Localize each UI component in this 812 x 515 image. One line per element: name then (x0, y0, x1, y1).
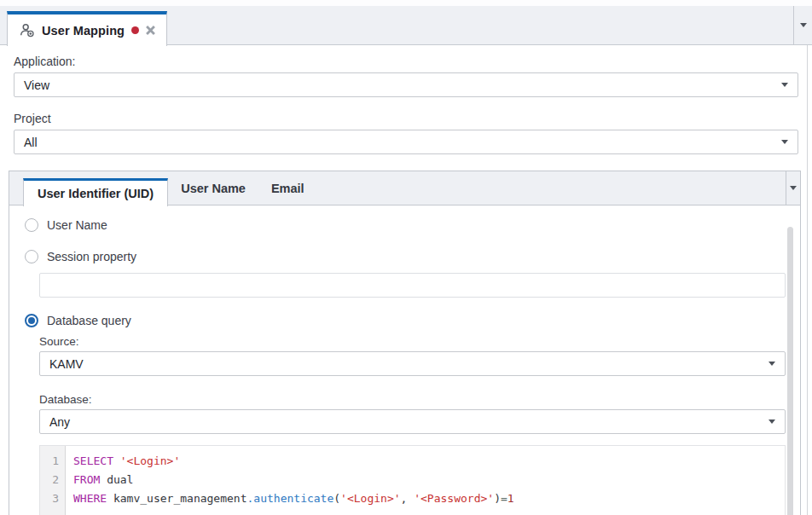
page-right-edge-divider (807, 45, 808, 515)
database-select[interactable]: Any (39, 409, 786, 434)
page-content: Application: View Project All (0, 45, 812, 154)
editor-code[interactable]: SELECT '<Login>'FROM dualWHERE kamv_user… (66, 446, 514, 515)
radio-session-property-label: Session property (47, 250, 136, 263)
chevron-down-icon (790, 186, 797, 190)
radio-database-query[interactable] (25, 314, 38, 327)
tab-label: Email (271, 182, 304, 195)
tab-email[interactable]: Email (258, 171, 317, 205)
tab-title: User Mapping (42, 24, 125, 38)
mapping-tabs-overflow-button[interactable] (786, 171, 800, 205)
modified-indicator-dot (131, 26, 139, 34)
sql-query-editor[interactable]: 123 SELECT '<Login>'FROM dualWHERE kamv_… (39, 445, 786, 515)
project-label: Project (14, 112, 798, 125)
editor-gutter: 123 (40, 446, 66, 515)
source-select[interactable]: KAMV (39, 351, 786, 376)
project-select-value: All (24, 136, 38, 149)
tab-label: User Name (181, 182, 246, 195)
tab-user-mapping[interactable]: User Mapping (7, 11, 167, 46)
project-select[interactable]: All (14, 130, 798, 154)
user-mapping-icon (19, 23, 35, 38)
radio-user-name[interactable] (25, 218, 38, 232)
radio-database-query-label: Database query (47, 314, 131, 327)
mapping-tabs: User Identifier (UID) User Name Email (9, 171, 800, 205)
database-label: Database: (39, 393, 800, 406)
database-select-value: Any (49, 415, 70, 429)
uid-tab-body: User Name Session property Database quer… (9, 218, 800, 515)
close-tab-icon[interactable] (146, 26, 155, 35)
radio-user-name-label: User Name (47, 218, 107, 232)
source-label: Source: (39, 335, 800, 348)
radio-session-property[interactable] (25, 250, 38, 263)
document-tabbar: User Mapping (0, 0, 812, 45)
chevron-down-icon (768, 420, 775, 424)
tab-list-overflow-button[interactable] (793, 6, 812, 44)
application-select-value: View (24, 78, 49, 92)
tab-label: User Identifier (UID) (38, 187, 154, 200)
tab-user-identifier-uid[interactable]: User Identifier (UID) (23, 178, 168, 206)
vertical-scrollbar-thumb[interactable] (787, 227, 793, 515)
chevron-down-icon (781, 83, 788, 87)
application-label: Application: (14, 55, 798, 68)
chevron-down-icon (781, 140, 788, 144)
session-property-input[interactable] (39, 273, 786, 298)
source-select-value: KAMV (49, 357, 84, 371)
application-select[interactable]: View (14, 72, 798, 97)
user-mapping-panel: User Identifier (UID) User Name Email Us… (9, 171, 801, 515)
chevron-down-icon (800, 23, 807, 27)
chevron-down-icon (768, 362, 775, 366)
tab-user-name[interactable]: User Name (168, 171, 258, 205)
